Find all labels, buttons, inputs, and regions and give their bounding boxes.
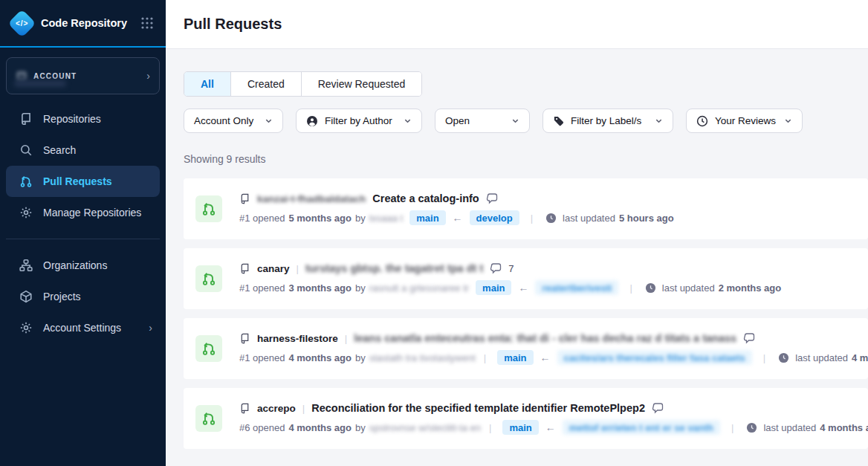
updated-clock-icon bbox=[746, 422, 757, 433]
tab-review-requested[interactable]: Review Requested bbox=[302, 72, 422, 96]
author-filter-dropdown[interactable]: Filter by Author bbox=[296, 109, 422, 133]
chevron-right-icon: › bbox=[149, 322, 152, 334]
target-branch-badge[interactable]: main bbox=[502, 420, 538, 435]
repo-icon bbox=[239, 193, 250, 204]
pull-request-icon bbox=[195, 195, 222, 222]
pr-author[interactable]: txsaaa t bbox=[369, 213, 404, 224]
last-updated-label: last updated bbox=[563, 213, 615, 224]
comment-icon bbox=[652, 402, 664, 414]
pr-author[interactable]: spstrovnse w/stectitt-ta en bbox=[369, 422, 481, 433]
separator: | bbox=[731, 422, 733, 433]
filter-label: Open bbox=[445, 115, 470, 126]
chevron-right-icon: › bbox=[146, 70, 150, 82]
results-summary: Showing 9 results bbox=[184, 153, 868, 165]
pull-request-icon bbox=[195, 405, 222, 432]
pr-author[interactable]: stastath tra tivotastywent bbox=[369, 352, 476, 363]
separator: | bbox=[302, 403, 305, 414]
sidebar-item-label: Organizations bbox=[43, 259, 107, 271]
sidebar-item-repositories[interactable]: Repositories bbox=[6, 103, 160, 135]
sidebar-item-label: Pull Requests bbox=[43, 175, 112, 187]
sidebar-item-search[interactable]: Search bbox=[6, 135, 160, 166]
pull-request-list: kanzai-t-fhadbaldatach Create a catalog-… bbox=[184, 178, 868, 449]
separator: | bbox=[297, 263, 299, 274]
app-brand: Code Repository bbox=[41, 17, 140, 29]
app-switcher-icon[interactable] bbox=[140, 16, 154, 30]
updated-clock-icon bbox=[645, 282, 656, 294]
pr-title[interactable]: leans canatla enteceutras enta: that di … bbox=[354, 332, 736, 344]
tag-icon bbox=[553, 115, 564, 126]
filter-label: Filter by Label/s bbox=[571, 115, 641, 126]
source-branch-badge[interactable]: develop bbox=[470, 210, 519, 225]
reviews-filter-dropdown[interactable]: Your Reviews bbox=[686, 109, 803, 133]
sidebar-item-label: Projects bbox=[43, 291, 81, 302]
by-label: by bbox=[355, 352, 366, 363]
separator: | bbox=[531, 213, 533, 224]
label-filter-dropdown[interactable]: Filter by Label/s bbox=[542, 109, 673, 133]
app-logo-icon: </> bbox=[7, 9, 36, 37]
page-header: Pull Requests bbox=[166, 0, 868, 49]
pr-number-opened: #1 opened bbox=[239, 213, 285, 224]
updated-clock-icon bbox=[545, 213, 557, 224]
tab-all[interactable]: All bbox=[184, 72, 231, 96]
pr-updated-ago: 4 months ago bbox=[852, 352, 868, 363]
tab-created[interactable]: Created bbox=[231, 72, 302, 96]
pull-request-row[interactable]: harness-filestore | leans canatla entece… bbox=[184, 318, 868, 379]
pull-request-row[interactable]: canary | turstays gbtsp. the tagatret tp… bbox=[184, 248, 868, 309]
pull-request-row[interactable]: accrepo | Reconciliation for the specifi… bbox=[184, 388, 868, 449]
repo-name[interactable]: harness-filestore bbox=[257, 333, 338, 344]
filter-label: Account Only bbox=[194, 115, 253, 126]
repo-icon bbox=[239, 403, 250, 414]
target-branch-badge[interactable]: main bbox=[497, 350, 533, 365]
source-branch-badge[interactable]: mettof errieten t ent er se vanth bbox=[563, 420, 720, 435]
source-branch-badge[interactable]: cacites/ars therecales filler fasa catae… bbox=[557, 350, 752, 365]
pr-updated-ago: 4 months ago bbox=[820, 422, 868, 433]
account-selector[interactable]: ACCOUNT › bbox=[6, 57, 160, 94]
sidebar-item-account-settings[interactable]: Account Settings › bbox=[6, 312, 160, 343]
chevron-down-icon bbox=[784, 117, 792, 125]
pr-number-opened: #1 opened bbox=[239, 282, 285, 294]
gear-icon bbox=[19, 321, 33, 334]
repo-name[interactable]: canary bbox=[257, 263, 290, 274]
separator: | bbox=[629, 282, 632, 294]
filter-bar: Account Only Filter by Author Open bbox=[184, 109, 868, 133]
comment-icon bbox=[743, 332, 755, 344]
pr-opened-ago: 3 months ago bbox=[288, 282, 352, 294]
pr-title[interactable]: Reconciliation for the specified templat… bbox=[311, 402, 645, 414]
search-icon bbox=[19, 143, 33, 157]
state-filter-dropdown[interactable]: Open bbox=[435, 109, 530, 133]
repo-icon bbox=[239, 263, 250, 274]
pr-updated-ago: 5 hours ago bbox=[619, 213, 674, 224]
target-branch-badge[interactable]: main bbox=[409, 210, 445, 225]
user-icon bbox=[306, 115, 318, 127]
repo-name[interactable]: accrepo bbox=[257, 403, 296, 414]
pull-request-icon bbox=[19, 175, 33, 188]
updated-clock-icon bbox=[778, 352, 789, 363]
sidebar-item-projects[interactable]: Projects bbox=[6, 281, 160, 312]
chevron-down-icon bbox=[511, 117, 519, 125]
source-branch-badge[interactable]: reatertberivesti bbox=[535, 280, 618, 295]
pr-title[interactable]: turstays gbtsp. the tagatret tpa dt t bbox=[305, 262, 483, 274]
page-title: Pull Requests bbox=[184, 16, 282, 33]
sidebar-item-organizations[interactable]: Organizations bbox=[6, 250, 160, 281]
sidebar-item-manage-repositories[interactable]: Manage Repositories bbox=[6, 197, 160, 228]
pr-number-opened: #1 opened bbox=[239, 352, 285, 363]
cube-icon bbox=[19, 290, 33, 303]
pr-number-opened: #6 opened bbox=[239, 422, 285, 433]
gear-icon bbox=[19, 206, 33, 219]
main-area: Pull Requests All Created Review Request… bbox=[166, 0, 868, 466]
redacted-account-name bbox=[14, 80, 66, 87]
chevron-down-icon bbox=[404, 117, 412, 125]
repo-icon bbox=[239, 333, 250, 344]
pull-request-row[interactable]: kanzai-t-fhadbaldatach Create a catalog-… bbox=[184, 178, 868, 239]
separator: | bbox=[345, 333, 347, 344]
arrow-left-icon: ← bbox=[545, 421, 556, 433]
pr-title[interactable]: Create a catalog-info bbox=[372, 192, 479, 204]
sidebar-item-pull-requests[interactable]: Pull Requests bbox=[6, 166, 160, 197]
target-branch-badge[interactable]: main bbox=[476, 280, 511, 295]
scope-filter-dropdown[interactable]: Account Only bbox=[184, 109, 283, 133]
repo-name[interactable]: kanzai-t-fhadbaldatach bbox=[257, 193, 366, 204]
last-updated-label: last updated bbox=[795, 352, 848, 363]
pr-author[interactable]: rasnutt a grtessnaree tr bbox=[369, 282, 469, 294]
sidebar-item-label: Search bbox=[43, 144, 76, 156]
app-window: </> Code Repository ACCOUNT › bbox=[0, 0, 868, 466]
